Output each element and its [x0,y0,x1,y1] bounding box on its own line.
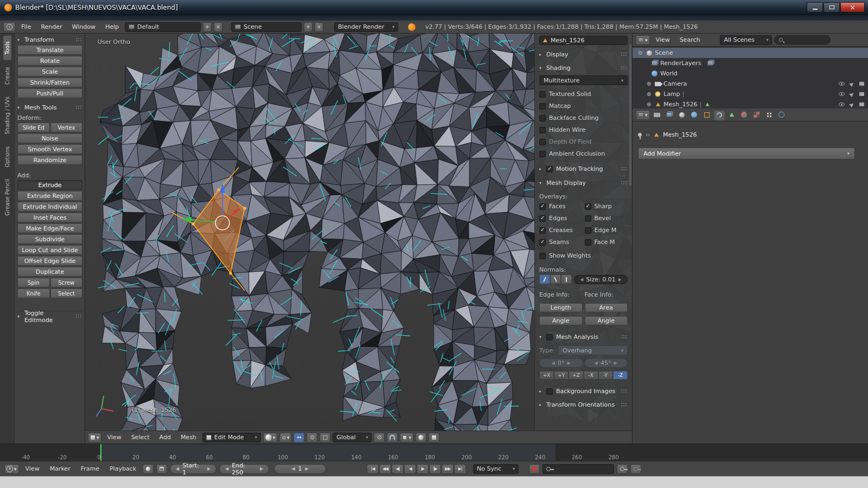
edge-length-toggle[interactable]: Length [539,303,583,312]
next-keyframe-button[interactable]: ▶▶ [442,464,454,474]
play-reverse-button[interactable]: ◀| [392,464,404,474]
tab-grease-pencil[interactable]: Grease Pencil [3,174,11,221]
offset-edge-slide-button[interactable]: Offset Edge Slide [17,256,82,266]
selectable-toggle-icon[interactable] [849,101,855,107]
opengl-render-anim-button[interactable] [429,433,439,442]
mode-select[interactable]: Edit Mode ▾ [202,433,261,442]
current-frame-field[interactable]: ◀ 1 ▶ [274,464,326,474]
editor-type-button[interactable]: ▾ [636,110,650,120]
axis-minus-z-button[interactable]: -Z [613,371,628,380]
axis-minus-y-button[interactable]: -Y [598,371,613,380]
outliner-filter-select[interactable]: All Scenes ▾ [720,35,772,45]
panel-drag-handle[interactable] [621,389,628,394]
close-button[interactable]: × [840,2,865,12]
mesh-display-panel-header[interactable]: ▾ Mesh Display [539,178,628,188]
panel-drag-handle[interactable] [621,402,628,407]
matcap-checkbox[interactable]: Matcap [539,102,628,110]
editor-type-button[interactable]: ▾ [636,35,650,45]
shading-panel-header[interactable]: ▾ Shading [539,63,628,73]
face-area-toggle[interactable]: Area [585,303,628,312]
editor-type-button[interactable]: ▾ [4,464,19,474]
pin-icon[interactable] [638,133,642,137]
keying-set-field[interactable] [542,464,614,474]
duplicate-button[interactable]: Duplicate [17,267,82,277]
overlay-face-marks-checkbox[interactable]: Face M [585,238,628,246]
pivot-point-select[interactable]: ⊙▾ [279,433,291,442]
decrement-icon[interactable]: ◀ [225,466,228,471]
axis-plus-y-button[interactable]: +Y [554,371,569,380]
menu-search[interactable]: Search [676,34,704,46]
split-normals-toggle[interactable] [550,274,561,284]
rotate-button[interactable]: Rotate [17,56,82,66]
overlay-creases-checkbox[interactable]: Creases [539,226,583,234]
mesh-analysis-checkbox[interactable] [546,334,553,341]
manipulator-translate-toggle[interactable]: ↔ [293,433,304,442]
render-toggle-icon[interactable] [859,102,864,106]
extrude-individual-button[interactable]: Extrude Individual [17,202,82,211]
decrement-icon[interactable]: ◀ [291,466,295,471]
world-tab[interactable] [689,110,700,120]
expander-closed-icon[interactable]: ⊕ [646,101,652,107]
outliner-row-camera[interactable]: ⊕ Camera [633,79,868,89]
scale-button[interactable]: Scale [17,67,82,76]
particles-tab[interactable] [764,110,775,120]
add-layout-button[interactable]: + [203,22,212,32]
npanel-scrollbar[interactable] [629,44,631,185]
decrement-icon[interactable]: ◀ [176,466,179,471]
noise-button[interactable]: Noise [17,133,82,143]
panel-drag-handle[interactable] [621,166,628,171]
modifiers-tab[interactable] [714,110,725,120]
menu-file[interactable]: File [17,21,35,33]
play-button[interactable]: ▶ [417,464,429,474]
analysis-min-field[interactable]: ◀ 0° ▶ [539,358,583,368]
menu-select[interactable]: Select [127,431,154,444]
panel-drag-handle[interactable] [621,52,628,57]
expander-closed-icon[interactable]: ⊕ [646,91,652,97]
screw-button[interactable]: Screw [50,278,83,287]
jump-to-end-button[interactable]: ▶| [454,464,466,474]
remove-layout-button[interactable]: × [214,22,222,32]
overlay-bevel-checkbox[interactable]: Bevel [585,214,628,222]
selectable-toggle-icon[interactable] [849,91,855,97]
increment-icon[interactable]: ▶ [260,466,263,471]
scene-tab[interactable] [676,110,687,120]
increment-icon[interactable]: ▶ [614,361,617,365]
make-edge-face-button[interactable]: Make Edge/Face [17,223,82,233]
expander-closed-icon[interactable]: ⊕ [646,81,652,87]
panel-mesh-tools-header[interactable]: ▾ Mesh Tools [17,102,82,113]
hide-toggle-icon[interactable] [839,92,845,96]
loop-cut-slide-button[interactable]: Loop Cut and Slide [17,245,82,255]
backface-culling-checkbox[interactable]: Backface Culling [539,114,628,122]
tab-tools[interactable]: Tools [3,36,11,60]
axis-plus-z-button[interactable]: +Z [569,371,583,380]
shading-mode-select[interactable]: Multitexture ▾ [539,75,628,85]
sync-mode-select[interactable]: No Sync ▾ [473,464,519,474]
vertex-slide-button[interactable]: Vertex [50,123,83,132]
outliner-row-scene[interactable]: ⊖ Scene [633,48,868,58]
hide-toggle-icon[interactable] [839,102,845,106]
menu-add[interactable]: Add [156,431,175,444]
panel-transform-header[interactable]: ▾ Transform [17,35,82,45]
selectable-toggle-icon[interactable] [849,81,855,87]
overlay-edge-marks-checkbox[interactable]: Edge M [585,226,628,234]
frame-back-button[interactable]: ◀ [404,464,416,474]
menu-frame[interactable]: Frame [77,461,103,476]
shrink-fatten-button[interactable]: Shrink/Fatten [17,78,82,87]
menu-help[interactable]: Help [101,21,123,33]
texture-tab[interactable] [751,110,762,120]
maximize-button[interactable] [824,2,840,12]
smooth-vertex-button[interactable]: Smooth Vertex [17,144,82,154]
menu-view[interactable]: View [652,34,674,46]
randomize-button[interactable]: Randomize [17,155,82,165]
decrement-icon[interactable]: ◀ [595,361,598,365]
increment-icon[interactable]: ▶ [207,466,210,471]
panel-drag-handle[interactable] [75,314,82,319]
tab-options[interactable]: Options [3,141,11,173]
editor-type-button[interactable]: ▾ [88,433,101,442]
panel-drag-handle[interactable] [75,105,82,110]
render-toggle-icon[interactable] [859,92,864,96]
select-button[interactable]: Select [50,288,83,298]
inset-faces-button[interactable]: Inset Faces [17,213,82,222]
add-scene-button[interactable]: + [304,22,312,32]
item-name-field[interactable]: Mesh_1526 [539,36,628,45]
